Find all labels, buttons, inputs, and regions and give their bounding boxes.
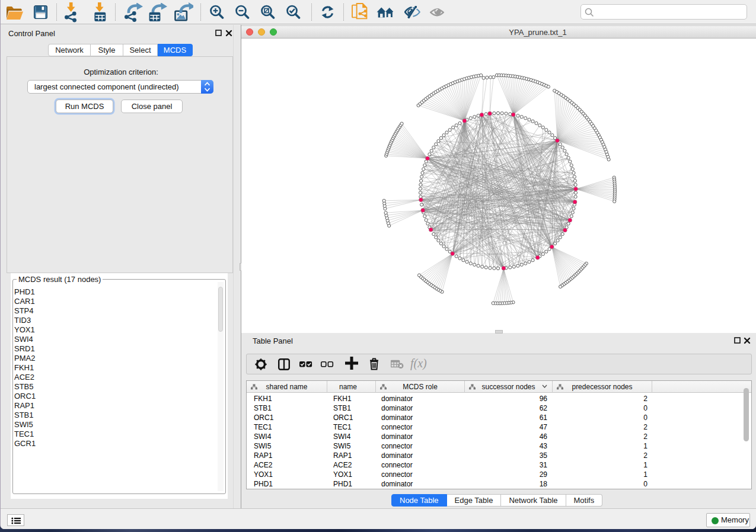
svg-text:f(x): f(x) bbox=[410, 357, 427, 370]
